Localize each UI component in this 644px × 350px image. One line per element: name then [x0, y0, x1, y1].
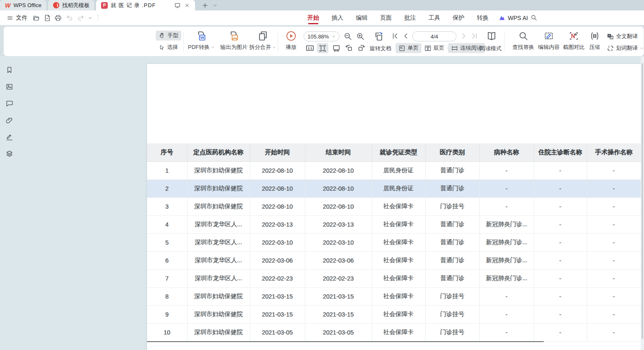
menu-tab-1[interactable]: 插入: [332, 10, 343, 25]
divider: [27, 14, 27, 21]
tab-docer-templates[interactable]: 找稻壳模板: [48, 0, 94, 10]
single-page-icon: [398, 45, 406, 52]
compress-icon: [590, 31, 600, 41]
file-menu-button[interactable]: 文件: [5, 10, 29, 25]
save-button[interactable]: [43, 10, 51, 25]
fit-page-button[interactable]: [317, 43, 328, 53]
tab-list-chevron-icon[interactable]: [213, 3, 218, 8]
page-indicator-box[interactable]: 4/4: [412, 31, 456, 41]
zoom-level-value: 105.88%: [307, 33, 329, 40]
screenshot-compare-button[interactable]: 截图对比: [560, 31, 588, 51]
compress-button[interactable]: 压缩: [585, 31, 604, 51]
rotate-right-button[interactable]: [357, 43, 366, 54]
play-button[interactable]: 播放: [281, 31, 301, 51]
table-header-row: 序号定点医药机构名称开始时间结束时间就诊凭证类型医疗类别病种名称住院主诊断名称手…: [147, 143, 641, 161]
tab-wps-office[interactable]: W WPS Office: [0, 0, 46, 10]
comments-panel-button[interactable]: [5, 99, 14, 108]
table-cell: 10: [147, 323, 187, 341]
svg-text:A: A: [611, 48, 613, 51]
actual-size-button[interactable]: 1:1: [305, 43, 314, 54]
pdf-page[interactable]: 序号定点医药机构名称开始时间结束时间就诊凭证类型医疗类别病种名称住院主诊断名称手…: [147, 64, 641, 350]
vertical-scrollbar[interactable]: [641, 56, 644, 350]
select-tool-button[interactable]: 选择: [156, 42, 181, 52]
table-cell: 2022-03-06: [250, 251, 305, 269]
table-cell: -: [587, 251, 641, 269]
menu-tab-0[interactable]: 开始: [307, 10, 319, 25]
fit-width-button[interactable]: [332, 43, 341, 54]
menu-search-button[interactable]: [530, 10, 538, 25]
docer-logo-icon: [53, 2, 59, 8]
rotate-pages-button[interactable]: [374, 31, 384, 43]
svg-text:文: 文: [608, 45, 610, 48]
layers-panel-button[interactable]: [5, 149, 14, 158]
wps-ai-button[interactable]: WPS AI: [499, 10, 528, 25]
continuous-read-label: 连续阅读: [460, 44, 482, 52]
zoom-out-button[interactable]: [344, 32, 352, 42]
cursor-icon: [159, 44, 165, 51]
table-cell: 2022-08-10: [250, 161, 305, 179]
menu-tab-3[interactable]: 页面: [380, 10, 392, 25]
pdf-convert-button[interactable]: W PDF转换: [184, 31, 218, 51]
quickbar-more-button[interactable]: [88, 10, 93, 25]
scrollbar-thumb[interactable]: [641, 63, 643, 339]
read-mode-button[interactable]: [487, 31, 497, 43]
signature-panel-button[interactable]: [5, 133, 14, 141]
redo-button[interactable]: [77, 10, 84, 25]
pdf-file-icon: P: [101, 2, 108, 9]
first-page-button[interactable]: [391, 32, 399, 41]
table-cell: -: [534, 179, 587, 197]
next-page-button[interactable]: [460, 32, 467, 41]
continuous-read-button[interactable]: 连续阅读: [448, 43, 485, 53]
table-cell: 6: [147, 251, 187, 269]
document-title: 就 医 记 录 .PDF: [111, 2, 167, 9]
menu-tab-7[interactable]: 转换: [477, 10, 489, 25]
table-cell: 社会保障卡: [372, 287, 425, 305]
tab-document[interactable]: P 就 医 记 录 .PDF: [96, 0, 195, 10]
table-cell: -: [479, 287, 534, 305]
full-translate-button[interactable]: A文 全文翻译: [607, 31, 638, 42]
hamburger-icon: [7, 15, 13, 21]
table-cell: -: [479, 161, 534, 179]
table-cell: 社会保障卡: [372, 233, 425, 251]
table-cell: 2022-08-10: [305, 161, 372, 179]
zoom-level-combobox[interactable]: 105.88%: [304, 31, 340, 41]
table-cell: -: [587, 287, 641, 305]
new-tab-icon[interactable]: [202, 2, 208, 9]
close-tab-icon[interactable]: [184, 3, 190, 8]
menu-tab-2[interactable]: 编辑: [356, 10, 368, 25]
menu-tab-5[interactable]: 工具: [428, 10, 440, 25]
read-mode-label[interactable]: 阅读模式: [480, 43, 502, 54]
previous-page-icon: [402, 32, 410, 40]
table-cell: -: [534, 287, 587, 305]
hand-icon: [159, 32, 165, 39]
fit-width-icon: [332, 43, 341, 52]
table-cell: 深圳市龙华区人...: [187, 233, 250, 251]
edit-content-button[interactable]: 编辑内容: [535, 31, 563, 51]
monitor-icon[interactable]: [174, 2, 181, 9]
split-merge-button[interactable]: 拆分合并: [246, 31, 279, 51]
rotate-left-button[interactable]: [345, 43, 353, 54]
open-file-button[interactable]: [33, 10, 40, 25]
zoom-in-button[interactable]: [356, 32, 365, 42]
menu-tab-4[interactable]: 批注: [404, 10, 416, 25]
previous-page-button[interactable]: [402, 32, 410, 41]
bookmarks-panel-button[interactable]: [5, 66, 14, 74]
rotate-doc-label[interactable]: 旋转文档: [370, 43, 391, 54]
hand-tool-button[interactable]: 手型: [156, 31, 181, 41]
search-icon: [530, 14, 538, 21]
toolbar: 手型 选择 W PDF转换 输出为图片 拆分合并 播放: [3, 26, 644, 56]
last-page-button[interactable]: [471, 32, 478, 41]
table-cell: 2021-03-15: [250, 287, 305, 305]
table-cell: 社会保障卡: [372, 323, 425, 341]
thumbnails-panel-button[interactable]: [5, 82, 14, 91]
table-cell: 普通门诊: [425, 215, 479, 233]
attachments-panel-button[interactable]: [5, 116, 14, 125]
find-replace-button[interactable]: 查找替换: [508, 31, 538, 51]
word-translate-button[interactable]: 文A 划词翻译: [607, 43, 644, 54]
single-page-button[interactable]: 单页: [396, 43, 421, 53]
undo-button[interactable]: [66, 10, 74, 25]
table-cell: 深圳市妇幼保健院: [187, 305, 250, 323]
menu-tab-6[interactable]: 保护: [453, 10, 464, 25]
print-button[interactable]: [54, 10, 62, 25]
table-header-cell: 开始时间: [250, 143, 305, 161]
